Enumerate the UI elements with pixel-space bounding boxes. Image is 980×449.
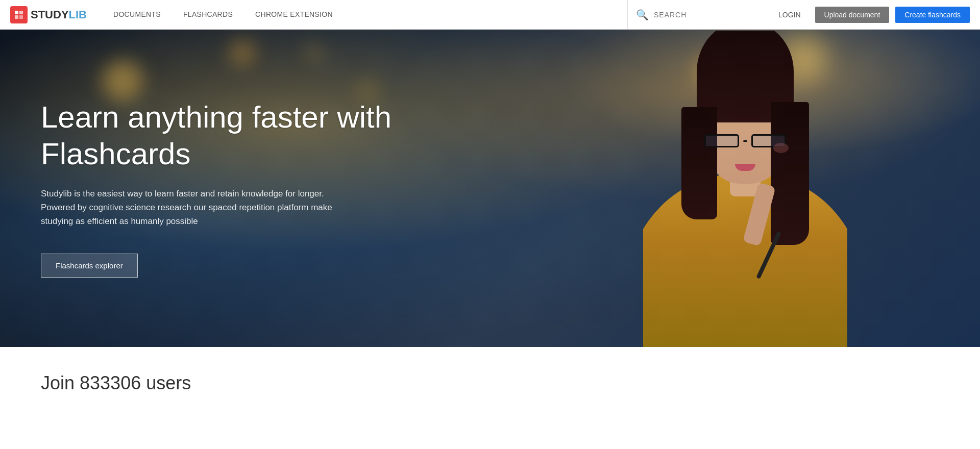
svg-rect-0 — [15, 11, 18, 14]
logo[interactable]: STUDYLIB — [10, 6, 87, 23]
logo-text: STUDYLIB — [31, 8, 87, 21]
svg-rect-1 — [19, 11, 23, 14]
nav-item-chrome-extension[interactable]: CHROME EXTENSION — [244, 0, 344, 30]
logo-icon — [10, 6, 28, 23]
search-input[interactable] — [654, 11, 756, 19]
nav-links: DOCUMENTS FLASHCARDS CHROME EXTENSION — [102, 0, 627, 30]
hero-person-image — [612, 31, 878, 347]
create-flashcards-button[interactable]: Create flashcards — [895, 7, 970, 23]
below-hero-section: Join 833306 users — [0, 347, 980, 414]
flashcards-explorer-button[interactable]: Flashcards explorer — [41, 254, 138, 278]
hero-section: Learn anything faster with Flashcards St… — [0, 30, 980, 347]
login-link[interactable]: LOGIN — [770, 11, 809, 19]
svg-rect-2 — [15, 15, 18, 19]
svg-rect-3 — [19, 15, 23, 19]
hero-description: Studylib is the easiest way to learn fas… — [41, 187, 357, 229]
hero-content: Learn anything faster with Flashcards St… — [0, 30, 439, 347]
search-icon[interactable]: 🔍 — [636, 9, 649, 21]
nav-item-flashcards[interactable]: FLASHCARDS — [172, 0, 244, 30]
search-area: 🔍 — [627, 0, 770, 30]
join-users-title: Join 833306 users — [41, 372, 939, 394]
upload-document-button[interactable]: Upload document — [815, 7, 890, 23]
nav-item-documents[interactable]: DOCUMENTS — [102, 0, 172, 30]
navbar: STUDYLIB DOCUMENTS FLASHCARDS CHROME EXT… — [0, 0, 980, 30]
hero-title: Learn anything faster with Flashcards — [41, 99, 398, 172]
nav-right: LOGIN Upload document Create flashcards — [770, 7, 970, 23]
